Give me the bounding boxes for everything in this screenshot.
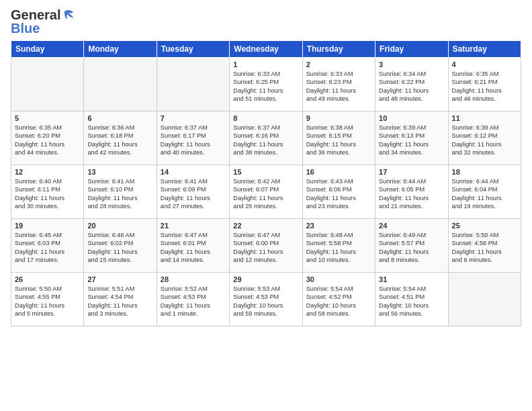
logo-general-text: General [11,8,60,21]
day-number: 26 [15,275,80,283]
calendar-cell: 19Sunrise: 6:45 AM Sunset: 6:03 PM Dayli… [11,219,84,273]
calendar-cell: 9Sunrise: 6:38 AM Sunset: 6:15 PM Daylig… [302,111,375,165]
cell-content: Sunrise: 5:51 AM Sunset: 4:54 PM Dayligh… [87,285,152,318]
week-row-3: 12Sunrise: 6:40 AM Sunset: 6:11 PM Dayli… [11,165,521,219]
cell-content: Sunrise: 6:37 AM Sunset: 6:16 PM Dayligh… [233,124,298,157]
cell-content: Sunrise: 5:53 AM Sunset: 4:53 PM Dayligh… [233,285,298,318]
day-number: 23 [306,222,371,230]
calendar-cell [157,58,229,111]
cell-content: Sunrise: 6:35 AM Sunset: 6:20 PM Dayligh… [15,124,80,157]
calendar-cell: 23Sunrise: 6:48 AM Sunset: 5:58 PM Dayli… [302,219,375,273]
cell-content: Sunrise: 6:33 AM Sunset: 6:23 PM Dayligh… [306,70,371,103]
calendar-cell: 5Sunrise: 6:35 AM Sunset: 6:20 PM Daylig… [11,111,84,165]
cell-content: Sunrise: 6:46 AM Sunset: 6:02 PM Dayligh… [87,231,152,265]
cell-content: Sunrise: 6:41 AM Sunset: 6:09 PM Dayligh… [161,177,226,211]
calendar-cell: 27Sunrise: 5:51 AM Sunset: 4:54 PM Dayli… [84,273,157,326]
day-number: 11 [452,114,517,122]
calendar-cell: 31Sunrise: 5:54 AM Sunset: 4:51 PM Dayli… [375,273,448,326]
cell-content: Sunrise: 6:40 AM Sunset: 6:11 PM Dayligh… [15,177,80,211]
day-number: 20 [87,222,152,230]
day-number: 31 [379,275,444,283]
cell-content: Sunrise: 6:33 AM Sunset: 6:25 PM Dayligh… [233,70,298,103]
cell-content: Sunrise: 6:49 AM Sunset: 5:57 PM Dayligh… [379,231,444,265]
day-number: 16 [306,168,371,176]
calendar-table: SundayMondayTuesdayWednesdayThursdayFrid… [11,40,521,326]
cell-content: Sunrise: 5:50 AM Sunset: 4:55 PM Dayligh… [15,285,80,318]
page-header: General Blue [11,8,521,35]
calendar-cell: 8Sunrise: 6:37 AM Sunset: 6:16 PM Daylig… [230,111,302,165]
day-number: 14 [161,168,226,176]
calendar-cell: 6Sunrise: 6:36 AM Sunset: 6:18 PM Daylig… [84,111,157,165]
day-number: 8 [233,114,298,122]
calendar-cell: 25Sunrise: 5:50 AM Sunset: 4:56 PM Dayli… [448,219,521,273]
calendar-cell: 26Sunrise: 5:50 AM Sunset: 4:55 PM Dayli… [11,273,84,326]
calendar-cell: 10Sunrise: 6:39 AM Sunset: 6:13 PM Dayli… [375,111,448,165]
cell-content: Sunrise: 5:54 AM Sunset: 4:52 PM Dayligh… [306,285,371,318]
week-row-5: 26Sunrise: 5:50 AM Sunset: 4:55 PM Dayli… [11,273,521,326]
weekday-header-monday: Monday [84,41,157,58]
cell-content: Sunrise: 6:39 AM Sunset: 6:13 PM Dayligh… [379,124,444,157]
cell-content: Sunrise: 6:42 AM Sunset: 6:07 PM Dayligh… [233,177,298,211]
day-number: 21 [161,222,226,230]
calendar-cell: 4Sunrise: 6:35 AM Sunset: 6:21 PM Daylig… [448,58,521,111]
weekday-header-row: SundayMondayTuesdayWednesdayThursdayFrid… [11,41,521,58]
week-row-1: 1Sunrise: 6:33 AM Sunset: 6:25 PM Daylig… [11,58,521,111]
calendar-page: General Blue SundayMondayTuesdayWednesda… [0,0,532,411]
day-number: 4 [452,60,517,68]
day-number: 12 [15,168,80,176]
cell-content: Sunrise: 6:39 AM Sunset: 6:12 PM Dayligh… [452,124,517,157]
weekday-header-sunday: Sunday [11,41,84,58]
day-number: 9 [306,114,371,122]
weekday-header-tuesday: Tuesday [157,41,229,58]
calendar-cell: 2Sunrise: 6:33 AM Sunset: 6:23 PM Daylig… [302,58,375,111]
cell-content: Sunrise: 5:54 AM Sunset: 4:51 PM Dayligh… [379,285,444,318]
weekday-header-saturday: Saturday [448,41,521,58]
logo: General Blue [11,8,75,35]
calendar-cell: 16Sunrise: 6:43 AM Sunset: 6:06 PM Dayli… [302,165,375,219]
day-number: 18 [452,168,517,176]
cell-content: Sunrise: 6:48 AM Sunset: 5:58 PM Dayligh… [306,231,371,265]
day-number: 19 [15,222,80,230]
day-number: 27 [87,275,152,283]
weekday-header-wednesday: Wednesday [230,41,302,58]
calendar-cell: 29Sunrise: 5:53 AM Sunset: 4:53 PM Dayli… [230,273,302,326]
day-number: 25 [452,222,517,230]
cell-content: Sunrise: 6:47 AM Sunset: 6:00 PM Dayligh… [233,231,298,265]
cell-content: Sunrise: 6:34 AM Sunset: 6:22 PM Dayligh… [379,70,444,103]
day-number: 28 [161,275,226,283]
calendar-cell: 30Sunrise: 5:54 AM Sunset: 4:52 PM Dayli… [302,273,375,326]
cell-content: Sunrise: 6:43 AM Sunset: 6:06 PM Dayligh… [306,177,371,211]
cell-content: Sunrise: 6:38 AM Sunset: 6:15 PM Dayligh… [306,124,371,157]
day-number: 1 [233,60,298,68]
weekday-header-friday: Friday [375,41,448,58]
day-number: 29 [233,275,298,283]
calendar-cell [11,58,84,111]
cell-content: Sunrise: 6:35 AM Sunset: 6:21 PM Dayligh… [452,70,517,103]
day-number: 22 [233,222,298,230]
day-number: 30 [306,275,371,283]
day-number: 6 [87,114,152,122]
cell-content: Sunrise: 6:41 AM Sunset: 6:10 PM Dayligh… [87,177,152,211]
calendar-cell: 3Sunrise: 6:34 AM Sunset: 6:22 PM Daylig… [375,58,448,111]
weekday-header-thursday: Thursday [302,41,375,58]
cell-content: Sunrise: 5:52 AM Sunset: 4:53 PM Dayligh… [161,285,226,318]
cell-content: Sunrise: 6:37 AM Sunset: 6:17 PM Dayligh… [161,124,226,157]
calendar-cell: 17Sunrise: 6:44 AM Sunset: 6:05 PM Dayli… [375,165,448,219]
week-row-2: 5Sunrise: 6:35 AM Sunset: 6:20 PM Daylig… [11,111,521,165]
cell-content: Sunrise: 5:50 AM Sunset: 4:56 PM Dayligh… [452,231,517,265]
calendar-cell: 13Sunrise: 6:41 AM Sunset: 6:10 PM Dayli… [84,165,157,219]
day-number: 24 [379,222,444,230]
calendar-cell: 14Sunrise: 6:41 AM Sunset: 6:09 PM Dayli… [157,165,229,219]
calendar-cell [448,273,521,326]
calendar-cell: 7Sunrise: 6:37 AM Sunset: 6:17 PM Daylig… [157,111,229,165]
calendar-cell [84,58,157,111]
day-number: 7 [161,114,226,122]
calendar-cell: 21Sunrise: 6:47 AM Sunset: 6:01 PM Dayli… [157,219,229,273]
calendar-cell: 1Sunrise: 6:33 AM Sunset: 6:25 PM Daylig… [230,58,302,111]
day-number: 15 [233,168,298,176]
calendar-cell: 11Sunrise: 6:39 AM Sunset: 6:12 PM Dayli… [448,111,521,165]
day-number: 10 [379,114,444,122]
day-number: 17 [379,168,444,176]
calendar-cell: 24Sunrise: 6:49 AM Sunset: 5:57 PM Dayli… [375,219,448,273]
calendar-cell: 28Sunrise: 5:52 AM Sunset: 4:53 PM Dayli… [157,273,229,326]
